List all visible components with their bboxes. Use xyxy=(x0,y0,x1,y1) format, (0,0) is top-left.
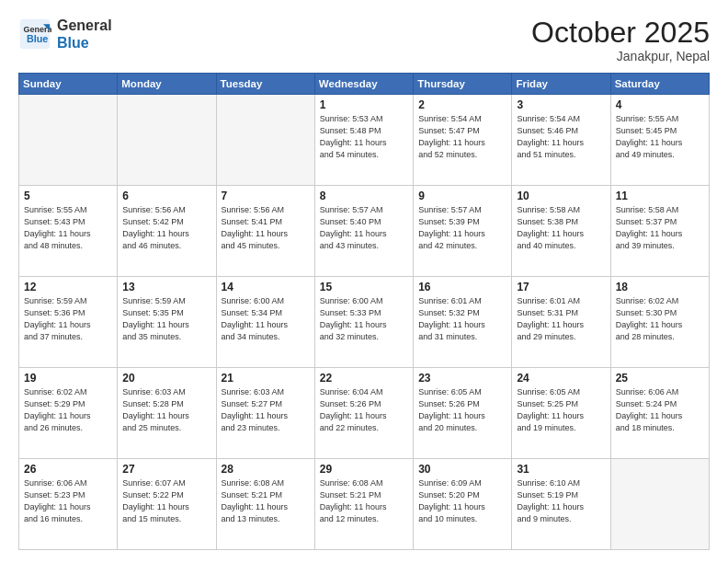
day-number: 20 xyxy=(122,372,210,385)
day-info: Sunrise: 6:10 AM Sunset: 5:19 PM Dayligh… xyxy=(517,477,605,525)
calendar-cell: 8Sunrise: 5:57 AM Sunset: 5:40 PM Daylig… xyxy=(314,186,413,277)
week-row-1: 1Sunrise: 5:53 AM Sunset: 5:48 PM Daylig… xyxy=(19,95,710,186)
day-info: Sunrise: 6:05 AM Sunset: 5:25 PM Dayligh… xyxy=(517,386,605,434)
day-info: Sunrise: 6:06 AM Sunset: 5:24 PM Dayligh… xyxy=(616,386,704,434)
calendar-cell: 27Sunrise: 6:07 AM Sunset: 5:22 PM Dayli… xyxy=(118,459,216,550)
day-number: 1 xyxy=(320,98,408,111)
logo-icon: General Blue xyxy=(18,17,51,51)
calendar-cell: 17Sunrise: 6:01 AM Sunset: 5:31 PM Dayli… xyxy=(512,277,610,368)
calendar-cell xyxy=(216,95,314,186)
calendar-table: SundayMondayTuesdayWednesdayThursdayFrid… xyxy=(18,73,710,550)
day-number: 28 xyxy=(222,463,310,476)
calendar-cell: 19Sunrise: 6:02 AM Sunset: 5:29 PM Dayli… xyxy=(19,368,118,459)
calendar-cell: 21Sunrise: 6:03 AM Sunset: 5:27 PM Dayli… xyxy=(216,368,314,459)
day-info: Sunrise: 5:54 AM Sunset: 5:47 PM Dayligh… xyxy=(418,113,506,161)
day-number: 29 xyxy=(320,463,408,476)
calendar-cell: 26Sunrise: 6:06 AM Sunset: 5:23 PM Dayli… xyxy=(19,459,118,550)
calendar-cell: 28Sunrise: 6:08 AM Sunset: 5:21 PM Dayli… xyxy=(216,459,314,550)
calendar-cell xyxy=(19,95,118,186)
calendar-cell: 18Sunrise: 6:02 AM Sunset: 5:30 PM Dayli… xyxy=(610,277,709,368)
calendar-cell xyxy=(610,459,709,550)
calendar-cell: 29Sunrise: 6:08 AM Sunset: 5:21 PM Dayli… xyxy=(314,459,413,550)
day-info: Sunrise: 5:56 AM Sunset: 5:41 PM Dayligh… xyxy=(222,204,310,252)
week-row-5: 26Sunrise: 6:06 AM Sunset: 5:23 PM Dayli… xyxy=(19,459,710,550)
calendar-cell: 31Sunrise: 6:10 AM Sunset: 5:19 PM Dayli… xyxy=(512,459,610,550)
day-info: Sunrise: 5:55 AM Sunset: 5:43 PM Dayligh… xyxy=(24,204,112,252)
day-number: 26 xyxy=(24,463,112,476)
calendar-cell: 2Sunrise: 5:54 AM Sunset: 5:47 PM Daylig… xyxy=(414,95,512,186)
calendar-cell: 11Sunrise: 5:58 AM Sunset: 5:37 PM Dayli… xyxy=(610,186,709,277)
calendar-cell: 4Sunrise: 5:55 AM Sunset: 5:45 PM Daylig… xyxy=(610,95,709,186)
day-info: Sunrise: 6:03 AM Sunset: 5:27 PM Dayligh… xyxy=(222,386,310,434)
calendar-cell: 20Sunrise: 6:03 AM Sunset: 5:28 PM Dayli… xyxy=(118,368,216,459)
day-number: 22 xyxy=(320,372,408,385)
day-info: Sunrise: 6:03 AM Sunset: 5:28 PM Dayligh… xyxy=(122,386,210,434)
weekday-header-wednesday: Wednesday xyxy=(314,74,413,95)
day-info: Sunrise: 5:59 AM Sunset: 5:35 PM Dayligh… xyxy=(122,295,210,343)
day-number: 6 xyxy=(122,190,210,202)
day-number: 17 xyxy=(517,281,605,293)
weekday-header-thursday: Thursday xyxy=(414,74,512,95)
calendar-cell: 24Sunrise: 6:05 AM Sunset: 5:25 PM Dayli… xyxy=(512,368,610,459)
day-number: 31 xyxy=(517,463,605,476)
weekday-header-row: SundayMondayTuesdayWednesdayThursdayFrid… xyxy=(19,74,710,95)
weekday-header-tuesday: Tuesday xyxy=(216,74,314,95)
calendar-cell: 30Sunrise: 6:09 AM Sunset: 5:20 PM Dayli… xyxy=(414,459,512,550)
weekday-header-sunday: Sunday xyxy=(19,74,118,95)
logo-line1: General xyxy=(57,17,112,33)
day-number: 24 xyxy=(517,372,605,385)
logo: General Blue General Blue xyxy=(18,17,112,52)
month-title: October 2025 xyxy=(531,17,710,49)
calendar-cell: 12Sunrise: 5:59 AM Sunset: 5:36 PM Dayli… xyxy=(19,277,118,368)
weekday-header-saturday: Saturday xyxy=(610,74,709,95)
calendar-cell xyxy=(118,95,216,186)
calendar-cell: 22Sunrise: 6:04 AM Sunset: 5:26 PM Dayli… xyxy=(314,368,413,459)
calendar-page: General Blue General Blue October 2025 J… xyxy=(0,0,728,563)
calendar-cell: 16Sunrise: 6:01 AM Sunset: 5:32 PM Dayli… xyxy=(414,277,512,368)
calendar-cell: 9Sunrise: 5:57 AM Sunset: 5:39 PM Daylig… xyxy=(414,186,512,277)
calendar-cell: 25Sunrise: 6:06 AM Sunset: 5:24 PM Dayli… xyxy=(610,368,709,459)
day-number: 19 xyxy=(24,372,112,385)
day-number: 7 xyxy=(222,190,310,202)
day-number: 21 xyxy=(222,372,310,385)
day-info: Sunrise: 6:09 AM Sunset: 5:20 PM Dayligh… xyxy=(418,477,506,525)
calendar-cell: 13Sunrise: 5:59 AM Sunset: 5:35 PM Dayli… xyxy=(118,277,216,368)
day-number: 13 xyxy=(122,281,210,293)
day-info: Sunrise: 5:57 AM Sunset: 5:39 PM Dayligh… xyxy=(418,204,506,252)
calendar-cell: 10Sunrise: 5:58 AM Sunset: 5:38 PM Dayli… xyxy=(512,186,610,277)
logo-line2: Blue xyxy=(57,35,89,51)
weekday-header-monday: Monday xyxy=(118,74,216,95)
logo-text: General Blue xyxy=(57,17,112,52)
day-number: 14 xyxy=(222,281,310,293)
day-number: 12 xyxy=(24,281,112,293)
calendar-cell: 23Sunrise: 6:05 AM Sunset: 5:26 PM Dayli… xyxy=(414,368,512,459)
calendar-cell: 6Sunrise: 5:56 AM Sunset: 5:42 PM Daylig… xyxy=(118,186,216,277)
day-info: Sunrise: 6:04 AM Sunset: 5:26 PM Dayligh… xyxy=(320,386,408,434)
day-number: 11 xyxy=(616,190,704,202)
day-number: 9 xyxy=(418,190,506,202)
day-number: 18 xyxy=(616,281,704,293)
day-info: Sunrise: 6:00 AM Sunset: 5:33 PM Dayligh… xyxy=(320,295,408,343)
location: Janakpur, Nepal xyxy=(531,49,710,63)
calendar-cell: 1Sunrise: 5:53 AM Sunset: 5:48 PM Daylig… xyxy=(314,95,413,186)
day-number: 25 xyxy=(616,372,704,385)
day-info: Sunrise: 6:02 AM Sunset: 5:30 PM Dayligh… xyxy=(616,295,704,343)
day-info: Sunrise: 6:07 AM Sunset: 5:22 PM Dayligh… xyxy=(122,477,210,525)
day-info: Sunrise: 5:53 AM Sunset: 5:48 PM Dayligh… xyxy=(320,113,408,161)
day-info: Sunrise: 6:08 AM Sunset: 5:21 PM Dayligh… xyxy=(320,477,408,525)
day-info: Sunrise: 6:01 AM Sunset: 5:31 PM Dayligh… xyxy=(517,295,605,343)
day-number: 3 xyxy=(517,98,605,111)
week-row-4: 19Sunrise: 6:02 AM Sunset: 5:29 PM Dayli… xyxy=(19,368,710,459)
svg-text:Blue: Blue xyxy=(27,33,48,44)
day-info: Sunrise: 6:08 AM Sunset: 5:21 PM Dayligh… xyxy=(222,477,310,525)
week-row-3: 12Sunrise: 5:59 AM Sunset: 5:36 PM Dayli… xyxy=(19,277,710,368)
day-info: Sunrise: 6:01 AM Sunset: 5:32 PM Dayligh… xyxy=(418,295,506,343)
day-number: 5 xyxy=(24,190,112,202)
calendar-cell: 14Sunrise: 6:00 AM Sunset: 5:34 PM Dayli… xyxy=(216,277,314,368)
day-info: Sunrise: 5:58 AM Sunset: 5:37 PM Dayligh… xyxy=(616,204,704,252)
day-info: Sunrise: 6:02 AM Sunset: 5:29 PM Dayligh… xyxy=(24,386,112,434)
day-info: Sunrise: 5:55 AM Sunset: 5:45 PM Dayligh… xyxy=(616,113,704,161)
day-number: 30 xyxy=(418,463,506,476)
day-info: Sunrise: 6:05 AM Sunset: 5:26 PM Dayligh… xyxy=(418,386,506,434)
day-info: Sunrise: 5:54 AM Sunset: 5:46 PM Dayligh… xyxy=(517,113,605,161)
